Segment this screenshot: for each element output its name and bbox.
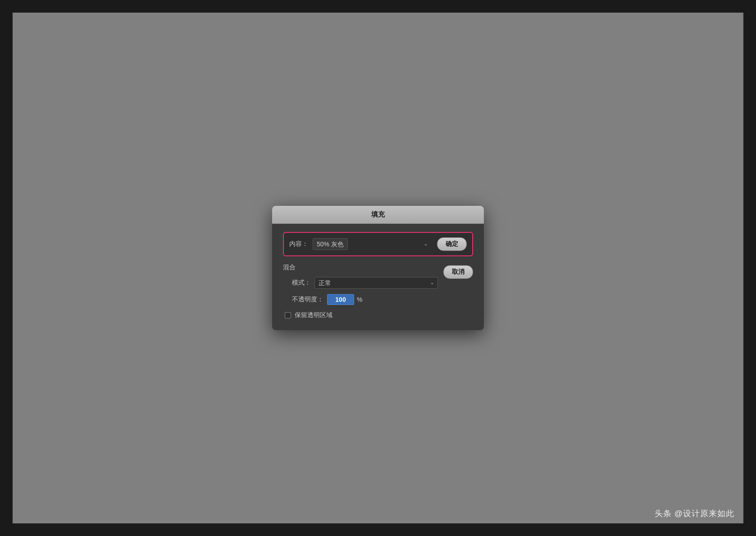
fill-dialog: 填充 内容： 50% 灰色 前景色 背景色 颜色... 内容识别 图案... 历…	[272, 206, 484, 330]
blend-right: 取消	[443, 263, 473, 279]
content-select[interactable]: 50% 灰色 前景色 背景色 颜色... 内容识别 图案... 历史记录 黑色 …	[313, 238, 348, 250]
dialog-titlebar: 填充	[272, 206, 484, 224]
preserve-transparency-checkbox[interactable]	[285, 312, 291, 318]
opacity-label: 不透明度：	[292, 295, 323, 304]
dialog-title: 填充	[371, 210, 385, 218]
preserve-row: 保留透明区域	[283, 311, 438, 319]
mode-select-wrapper: 正常 溶解 变暗 正片叠底 颜色加深 叠加 柔光 强光	[314, 277, 438, 289]
screen-border-right	[743, 0, 756, 536]
confirm-button[interactable]: 确定	[437, 237, 467, 251]
preserve-transparency-label: 保留透明区域	[295, 311, 332, 319]
mode-label: 模式：	[292, 279, 311, 287]
opacity-input[interactable]	[327, 294, 354, 305]
blend-section: 混合 模式： 正常 溶解 变暗 正片叠底 颜色加深 叠加	[283, 263, 473, 319]
dialog-body: 内容： 50% 灰色 前景色 背景色 颜色... 内容识别 图案... 历史记录…	[272, 224, 484, 330]
mode-row: 模式： 正常 溶解 变暗 正片叠底 颜色加深 叠加 柔光 强光	[283, 277, 438, 289]
opacity-unit: %	[357, 296, 362, 303]
content-label: 内容：	[289, 240, 308, 248]
screen-background: 头条 @设计原来如此 填充 内容： 50% 灰色 前景色 背景色 颜色... 内…	[0, 0, 756, 536]
cancel-button[interactable]: 取消	[443, 265, 473, 279]
content-row: 内容： 50% 灰色 前景色 背景色 颜色... 内容识别 图案... 历史记录…	[283, 232, 473, 256]
mode-select[interactable]: 正常 溶解 变暗 正片叠底 颜色加深 叠加 柔光 强光	[314, 277, 438, 289]
blend-title: 混合	[283, 263, 438, 272]
screen-border-bottom	[0, 523, 756, 536]
watermark: 头条 @设计原来如此	[655, 508, 734, 519]
screen-border-left	[0, 0, 13, 536]
screen-border-top	[0, 0, 756, 13]
opacity-row: 不透明度： %	[283, 294, 438, 305]
content-select-wrapper: 50% 灰色 前景色 背景色 颜色... 内容识别 图案... 历史记录 黑色 …	[313, 238, 432, 250]
blend-left: 混合 模式： 正常 溶解 变暗 正片叠底 颜色加深 叠加	[283, 263, 438, 319]
